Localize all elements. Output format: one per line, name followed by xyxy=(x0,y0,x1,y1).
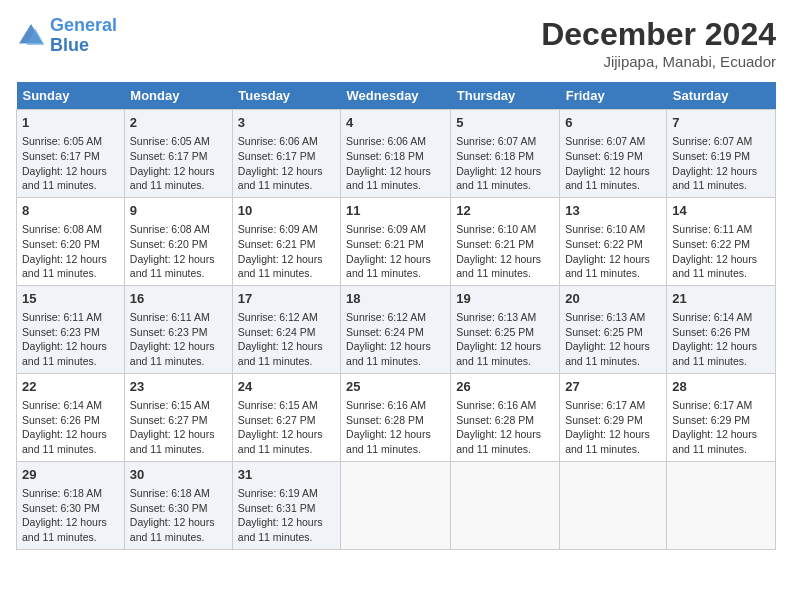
calendar-day-cell: 30Sunrise: 6:18 AM Sunset: 6:30 PM Dayli… xyxy=(124,461,232,549)
day-info: Sunrise: 6:08 AM Sunset: 6:20 PM Dayligh… xyxy=(130,222,227,281)
day-number: 28 xyxy=(672,378,770,396)
day-number: 15 xyxy=(22,290,119,308)
day-number: 25 xyxy=(346,378,445,396)
day-info: Sunrise: 6:09 AM Sunset: 6:21 PM Dayligh… xyxy=(238,222,335,281)
calendar-title: December 2024 xyxy=(541,16,776,53)
weekday-header: Tuesday xyxy=(232,82,340,110)
day-number: 30 xyxy=(130,466,227,484)
calendar-day-cell: 7Sunrise: 6:07 AM Sunset: 6:19 PM Daylig… xyxy=(667,110,776,198)
day-info: Sunrise: 6:10 AM Sunset: 6:21 PM Dayligh… xyxy=(456,222,554,281)
day-info: Sunrise: 6:07 AM Sunset: 6:18 PM Dayligh… xyxy=(456,134,554,193)
day-info: Sunrise: 6:11 AM Sunset: 6:23 PM Dayligh… xyxy=(130,310,227,369)
day-info: Sunrise: 6:07 AM Sunset: 6:19 PM Dayligh… xyxy=(672,134,770,193)
day-info: Sunrise: 6:11 AM Sunset: 6:23 PM Dayligh… xyxy=(22,310,119,369)
calendar-day-cell: 1Sunrise: 6:05 AM Sunset: 6:17 PM Daylig… xyxy=(17,110,125,198)
day-info: Sunrise: 6:13 AM Sunset: 6:25 PM Dayligh… xyxy=(565,310,661,369)
calendar-day-cell: 28Sunrise: 6:17 AM Sunset: 6:29 PM Dayli… xyxy=(667,373,776,461)
day-number: 5 xyxy=(456,114,554,132)
calendar-day-cell: 16Sunrise: 6:11 AM Sunset: 6:23 PM Dayli… xyxy=(124,285,232,373)
calendar-day-cell xyxy=(667,461,776,549)
calendar-subtitle: Jijipapa, Manabi, Ecuador xyxy=(541,53,776,70)
calendar-week-row: 22Sunrise: 6:14 AM Sunset: 6:26 PM Dayli… xyxy=(17,373,776,461)
day-info: Sunrise: 6:06 AM Sunset: 6:18 PM Dayligh… xyxy=(346,134,445,193)
day-number: 4 xyxy=(346,114,445,132)
day-info: Sunrise: 6:13 AM Sunset: 6:25 PM Dayligh… xyxy=(456,310,554,369)
day-number: 22 xyxy=(22,378,119,396)
day-number: 27 xyxy=(565,378,661,396)
calendar-day-cell: 23Sunrise: 6:15 AM Sunset: 6:27 PM Dayli… xyxy=(124,373,232,461)
day-info: Sunrise: 6:14 AM Sunset: 6:26 PM Dayligh… xyxy=(22,398,119,457)
day-number: 2 xyxy=(130,114,227,132)
day-number: 14 xyxy=(672,202,770,220)
calendar-week-row: 1Sunrise: 6:05 AM Sunset: 6:17 PM Daylig… xyxy=(17,110,776,198)
day-number: 8 xyxy=(22,202,119,220)
title-block: December 2024 Jijipapa, Manabi, Ecuador xyxy=(541,16,776,70)
day-info: Sunrise: 6:14 AM Sunset: 6:26 PM Dayligh… xyxy=(672,310,770,369)
calendar-day-cell: 9Sunrise: 6:08 AM Sunset: 6:20 PM Daylig… xyxy=(124,197,232,285)
day-info: Sunrise: 6:11 AM Sunset: 6:22 PM Dayligh… xyxy=(672,222,770,281)
calendar-day-cell: 18Sunrise: 6:12 AM Sunset: 6:24 PM Dayli… xyxy=(341,285,451,373)
day-number: 24 xyxy=(238,378,335,396)
day-info: Sunrise: 6:12 AM Sunset: 6:24 PM Dayligh… xyxy=(346,310,445,369)
day-number: 21 xyxy=(672,290,770,308)
day-info: Sunrise: 6:09 AM Sunset: 6:21 PM Dayligh… xyxy=(346,222,445,281)
calendar-day-cell: 5Sunrise: 6:07 AM Sunset: 6:18 PM Daylig… xyxy=(451,110,560,198)
logo-icon xyxy=(16,21,46,51)
day-number: 29 xyxy=(22,466,119,484)
day-number: 23 xyxy=(130,378,227,396)
day-info: Sunrise: 6:15 AM Sunset: 6:27 PM Dayligh… xyxy=(130,398,227,457)
day-info: Sunrise: 6:15 AM Sunset: 6:27 PM Dayligh… xyxy=(238,398,335,457)
day-info: Sunrise: 6:05 AM Sunset: 6:17 PM Dayligh… xyxy=(22,134,119,193)
day-info: Sunrise: 6:06 AM Sunset: 6:17 PM Dayligh… xyxy=(238,134,335,193)
calendar-week-row: 29Sunrise: 6:18 AM Sunset: 6:30 PM Dayli… xyxy=(17,461,776,549)
weekday-header: Monday xyxy=(124,82,232,110)
day-info: Sunrise: 6:18 AM Sunset: 6:30 PM Dayligh… xyxy=(22,486,119,545)
day-info: Sunrise: 6:16 AM Sunset: 6:28 PM Dayligh… xyxy=(456,398,554,457)
calendar-table: SundayMondayTuesdayWednesdayThursdayFrid… xyxy=(16,82,776,550)
calendar-day-cell: 2Sunrise: 6:05 AM Sunset: 6:17 PM Daylig… xyxy=(124,110,232,198)
day-number: 26 xyxy=(456,378,554,396)
calendar-day-cell: 19Sunrise: 6:13 AM Sunset: 6:25 PM Dayli… xyxy=(451,285,560,373)
day-info: Sunrise: 6:18 AM Sunset: 6:30 PM Dayligh… xyxy=(130,486,227,545)
day-info: Sunrise: 6:10 AM Sunset: 6:22 PM Dayligh… xyxy=(565,222,661,281)
weekday-header: Friday xyxy=(560,82,667,110)
day-number: 7 xyxy=(672,114,770,132)
calendar-week-row: 8Sunrise: 6:08 AM Sunset: 6:20 PM Daylig… xyxy=(17,197,776,285)
day-info: Sunrise: 6:08 AM Sunset: 6:20 PM Dayligh… xyxy=(22,222,119,281)
day-number: 20 xyxy=(565,290,661,308)
calendar-day-cell: 17Sunrise: 6:12 AM Sunset: 6:24 PM Dayli… xyxy=(232,285,340,373)
calendar-day-cell: 10Sunrise: 6:09 AM Sunset: 6:21 PM Dayli… xyxy=(232,197,340,285)
calendar-day-cell xyxy=(560,461,667,549)
day-info: Sunrise: 6:12 AM Sunset: 6:24 PM Dayligh… xyxy=(238,310,335,369)
logo-text: General Blue xyxy=(50,16,117,56)
calendar-day-cell: 6Sunrise: 6:07 AM Sunset: 6:19 PM Daylig… xyxy=(560,110,667,198)
weekday-header: Sunday xyxy=(17,82,125,110)
calendar-day-cell: 22Sunrise: 6:14 AM Sunset: 6:26 PM Dayli… xyxy=(17,373,125,461)
calendar-day-cell: 4Sunrise: 6:06 AM Sunset: 6:18 PM Daylig… xyxy=(341,110,451,198)
calendar-day-cell: 31Sunrise: 6:19 AM Sunset: 6:31 PM Dayli… xyxy=(232,461,340,549)
calendar-day-cell: 26Sunrise: 6:16 AM Sunset: 6:28 PM Dayli… xyxy=(451,373,560,461)
day-info: Sunrise: 6:05 AM Sunset: 6:17 PM Dayligh… xyxy=(130,134,227,193)
day-number: 10 xyxy=(238,202,335,220)
calendar-day-cell: 14Sunrise: 6:11 AM Sunset: 6:22 PM Dayli… xyxy=(667,197,776,285)
day-number: 19 xyxy=(456,290,554,308)
day-info: Sunrise: 6:17 AM Sunset: 6:29 PM Dayligh… xyxy=(672,398,770,457)
calendar-day-cell: 25Sunrise: 6:16 AM Sunset: 6:28 PM Dayli… xyxy=(341,373,451,461)
day-info: Sunrise: 6:16 AM Sunset: 6:28 PM Dayligh… xyxy=(346,398,445,457)
day-number: 16 xyxy=(130,290,227,308)
calendar-day-cell xyxy=(341,461,451,549)
day-number: 17 xyxy=(238,290,335,308)
day-number: 18 xyxy=(346,290,445,308)
weekday-header: Wednesday xyxy=(341,82,451,110)
calendar-day-cell: 11Sunrise: 6:09 AM Sunset: 6:21 PM Dayli… xyxy=(341,197,451,285)
day-number: 13 xyxy=(565,202,661,220)
page-header: General Blue December 2024 Jijipapa, Man… xyxy=(16,16,776,70)
weekday-header: Saturday xyxy=(667,82,776,110)
day-number: 9 xyxy=(130,202,227,220)
calendar-week-row: 15Sunrise: 6:11 AM Sunset: 6:23 PM Dayli… xyxy=(17,285,776,373)
calendar-day-cell: 29Sunrise: 6:18 AM Sunset: 6:30 PM Dayli… xyxy=(17,461,125,549)
weekday-header: Thursday xyxy=(451,82,560,110)
calendar-day-cell: 21Sunrise: 6:14 AM Sunset: 6:26 PM Dayli… xyxy=(667,285,776,373)
day-number: 1 xyxy=(22,114,119,132)
calendar-day-cell: 13Sunrise: 6:10 AM Sunset: 6:22 PM Dayli… xyxy=(560,197,667,285)
